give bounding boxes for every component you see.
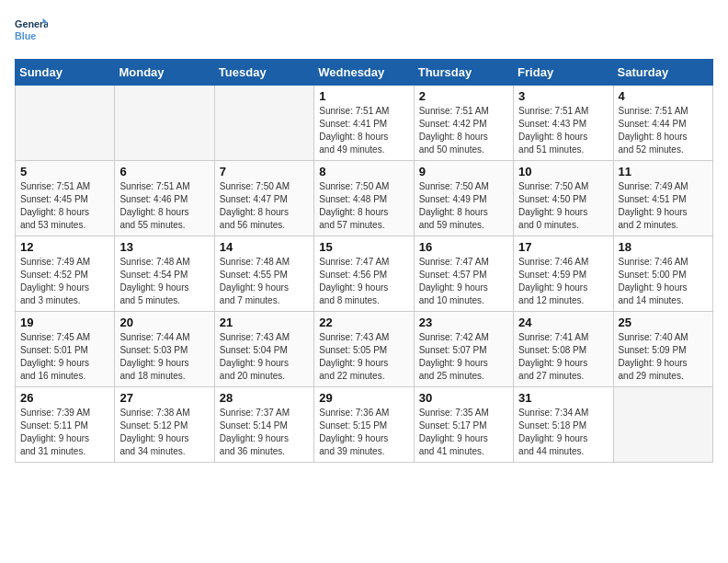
day-number: 13 — [119, 240, 209, 254]
calendar-cell: 28Sunrise: 7:37 AM Sunset: 5:14 PM Dayli… — [214, 387, 313, 463]
week-row-4: 19Sunrise: 7:45 AM Sunset: 5:01 PM Dayli… — [16, 312, 713, 387]
day-info: Sunrise: 7:51 AM Sunset: 4:44 PM Dayligh… — [619, 105, 708, 156]
day-info: Sunrise: 7:43 AM Sunset: 5:04 PM Dayligh… — [220, 331, 309, 383]
day-number: 18 — [619, 240, 708, 254]
calendar-table: SundayMondayTuesdayWednesdayThursdayFrid… — [15, 59, 713, 463]
day-info: Sunrise: 7:51 AM Sunset: 4:43 PM Dayligh… — [518, 105, 608, 156]
day-number: 3 — [518, 89, 608, 103]
day-info: Sunrise: 7:44 AM Sunset: 5:03 PM Dayligh… — [119, 331, 209, 383]
week-row-2: 5Sunrise: 7:51 AM Sunset: 4:45 PM Daylig… — [16, 161, 713, 236]
day-info: Sunrise: 7:47 AM Sunset: 4:56 PM Dayligh… — [319, 256, 408, 307]
calendar-cell: 20Sunrise: 7:44 AM Sunset: 5:03 PM Dayli… — [115, 312, 214, 387]
day-number: 2 — [419, 89, 508, 103]
calendar-cell: 18Sunrise: 7:46 AM Sunset: 5:00 PM Dayli… — [613, 236, 712, 312]
day-info: Sunrise: 7:49 AM Sunset: 4:51 PM Dayligh… — [619, 180, 708, 232]
day-number: 14 — [220, 240, 309, 254]
calendar-cell: 12Sunrise: 7:49 AM Sunset: 4:52 PM Dayli… — [16, 236, 115, 312]
week-row-1: 1Sunrise: 7:51 AM Sunset: 4:41 PM Daylig… — [16, 86, 713, 161]
day-number: 17 — [518, 240, 608, 254]
svg-text:Blue: Blue — [15, 30, 36, 41]
day-number: 24 — [518, 316, 608, 329]
calendar-cell: 7Sunrise: 7:50 AM Sunset: 4:47 PM Daylig… — [214, 161, 313, 236]
day-number: 10 — [518, 165, 608, 178]
day-number: 12 — [20, 240, 109, 254]
calendar-cell: 13Sunrise: 7:48 AM Sunset: 4:54 PM Dayli… — [115, 236, 214, 312]
day-info: Sunrise: 7:45 AM Sunset: 5:01 PM Dayligh… — [20, 331, 109, 383]
day-number: 22 — [319, 316, 408, 329]
day-info: Sunrise: 7:46 AM Sunset: 5:00 PM Dayligh… — [619, 256, 708, 307]
day-number: 7 — [220, 165, 309, 178]
calendar-cell: 30Sunrise: 7:35 AM Sunset: 5:17 PM Dayli… — [414, 387, 513, 463]
day-number: 28 — [220, 391, 309, 405]
calendar-cell: 31Sunrise: 7:34 AM Sunset: 5:18 PM Dayli… — [514, 387, 613, 463]
calendar-cell: 11Sunrise: 7:49 AM Sunset: 4:51 PM Dayli… — [613, 161, 712, 236]
calendar-cell: 6Sunrise: 7:51 AM Sunset: 4:46 PM Daylig… — [115, 161, 214, 236]
day-info: Sunrise: 7:51 AM Sunset: 4:46 PM Dayligh… — [119, 180, 209, 232]
day-info: Sunrise: 7:50 AM Sunset: 4:48 PM Dayligh… — [319, 180, 408, 232]
day-number: 31 — [518, 391, 608, 405]
calendar-cell: 4Sunrise: 7:51 AM Sunset: 4:44 PM Daylig… — [613, 86, 712, 161]
calendar-cell: 15Sunrise: 7:47 AM Sunset: 4:56 PM Dayli… — [314, 236, 414, 312]
day-info: Sunrise: 7:40 AM Sunset: 5:09 PM Dayligh… — [619, 331, 708, 383]
day-info: Sunrise: 7:51 AM Sunset: 4:42 PM Dayligh… — [419, 105, 508, 156]
week-row-5: 26Sunrise: 7:39 AM Sunset: 5:11 PM Dayli… — [16, 387, 713, 463]
day-info: Sunrise: 7:51 AM Sunset: 4:45 PM Dayligh… — [20, 180, 109, 232]
calendar-cell: 9Sunrise: 7:50 AM Sunset: 4:49 PM Daylig… — [414, 161, 513, 236]
weekday-header-thursday: Thursday — [414, 60, 513, 86]
calendar-cell: 16Sunrise: 7:47 AM Sunset: 4:57 PM Dayli… — [414, 236, 513, 312]
calendar-cell: 26Sunrise: 7:39 AM Sunset: 5:11 PM Dayli… — [16, 387, 115, 463]
day-info: Sunrise: 7:51 AM Sunset: 4:41 PM Dayligh… — [319, 105, 408, 156]
day-number: 16 — [419, 240, 508, 254]
weekday-header-sunday: Sunday — [16, 60, 115, 86]
day-number: 23 — [419, 316, 508, 329]
calendar-cell: 19Sunrise: 7:45 AM Sunset: 5:01 PM Dayli… — [16, 312, 115, 387]
day-info: Sunrise: 7:46 AM Sunset: 4:59 PM Dayligh… — [518, 256, 608, 307]
day-number: 30 — [419, 391, 508, 405]
calendar-cell: 8Sunrise: 7:50 AM Sunset: 4:48 PM Daylig… — [314, 161, 414, 236]
calendar-cell: 23Sunrise: 7:42 AM Sunset: 5:07 PM Dayli… — [414, 312, 513, 387]
weekday-header-saturday: Saturday — [613, 60, 712, 86]
day-info: Sunrise: 7:47 AM Sunset: 4:57 PM Dayligh… — [419, 256, 508, 307]
calendar-cell: 5Sunrise: 7:51 AM Sunset: 4:45 PM Daylig… — [16, 161, 115, 236]
day-info: Sunrise: 7:34 AM Sunset: 5:18 PM Dayligh… — [518, 407, 608, 458]
calendar-cell: 21Sunrise: 7:43 AM Sunset: 5:04 PM Dayli… — [214, 312, 313, 387]
day-info: Sunrise: 7:41 AM Sunset: 5:08 PM Dayligh… — [518, 331, 608, 383]
weekday-header-wednesday: Wednesday — [314, 60, 414, 86]
day-number: 19 — [20, 316, 109, 329]
day-number: 1 — [319, 89, 408, 103]
logo: General Blue — [15, 15, 48, 48]
day-number: 20 — [119, 316, 209, 329]
calendar-cell: 10Sunrise: 7:50 AM Sunset: 4:50 PM Dayli… — [514, 161, 613, 236]
page-header: General Blue — [15, 15, 713, 48]
day-number: 29 — [319, 391, 408, 405]
day-info: Sunrise: 7:37 AM Sunset: 5:14 PM Dayligh… — [220, 407, 309, 458]
calendar-cell: 29Sunrise: 7:36 AM Sunset: 5:15 PM Dayli… — [314, 387, 414, 463]
weekday-header-row: SundayMondayTuesdayWednesdayThursdayFrid… — [16, 60, 713, 86]
day-number: 5 — [20, 165, 109, 178]
calendar-cell: 17Sunrise: 7:46 AM Sunset: 4:59 PM Dayli… — [514, 236, 613, 312]
day-info: Sunrise: 7:43 AM Sunset: 5:05 PM Dayligh… — [319, 331, 408, 383]
calendar-cell: 2Sunrise: 7:51 AM Sunset: 4:42 PM Daylig… — [414, 86, 513, 161]
calendar-cell: 3Sunrise: 7:51 AM Sunset: 4:43 PM Daylig… — [514, 86, 613, 161]
day-number: 11 — [619, 165, 708, 178]
weekday-header-monday: Monday — [115, 60, 214, 86]
day-info: Sunrise: 7:50 AM Sunset: 4:50 PM Dayligh… — [518, 180, 608, 232]
day-info: Sunrise: 7:36 AM Sunset: 5:15 PM Dayligh… — [319, 407, 408, 458]
day-number: 9 — [419, 165, 508, 178]
day-number: 4 — [619, 89, 708, 103]
calendar-cell: 24Sunrise: 7:41 AM Sunset: 5:08 PM Dayli… — [514, 312, 613, 387]
day-info: Sunrise: 7:48 AM Sunset: 4:54 PM Dayligh… — [119, 256, 209, 307]
week-row-3: 12Sunrise: 7:49 AM Sunset: 4:52 PM Dayli… — [16, 236, 713, 312]
day-info: Sunrise: 7:49 AM Sunset: 4:52 PM Dayligh… — [20, 256, 109, 307]
day-info: Sunrise: 7:50 AM Sunset: 4:47 PM Dayligh… — [220, 180, 309, 232]
calendar-cell: 25Sunrise: 7:40 AM Sunset: 5:09 PM Dayli… — [613, 312, 712, 387]
day-info: Sunrise: 7:42 AM Sunset: 5:07 PM Dayligh… — [419, 331, 508, 383]
day-number: 6 — [119, 165, 209, 178]
weekday-header-tuesday: Tuesday — [214, 60, 313, 86]
day-info: Sunrise: 7:38 AM Sunset: 5:12 PM Dayligh… — [119, 407, 209, 458]
calendar-cell — [214, 86, 313, 161]
calendar-cell: 14Sunrise: 7:48 AM Sunset: 4:55 PM Dayli… — [214, 236, 313, 312]
day-number: 26 — [20, 391, 109, 405]
day-number: 27 — [119, 391, 209, 405]
logo-icon: General Blue — [15, 15, 48, 48]
